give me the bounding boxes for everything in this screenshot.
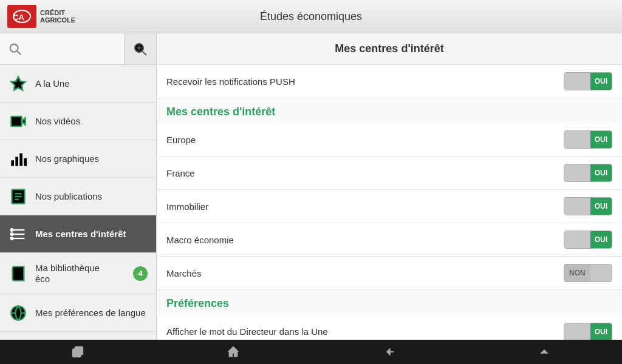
sidebar-item-a-la-une[interactable]: A la Une	[0, 65, 156, 103]
logo-text: CRÉDIT AGRICOLE	[40, 9, 75, 24]
up-button[interactable]	[526, 340, 562, 364]
centres-heading: Mes centres d'intérêt	[157, 98, 622, 123]
preferences-heading: Préférences	[157, 290, 622, 315]
sidebar-item-mes-preferences[interactable]: Mes préférences de langue	[0, 294, 156, 332]
marches-row[interactable]: Marchés NON	[157, 257, 622, 290]
svg-point-24	[11, 237, 13, 240]
content-panel: Mes centres d'intérêt Recevoir les notif…	[157, 33, 622, 340]
push-label: Recevoir les notifications PUSH	[166, 76, 564, 87]
europe-row[interactable]: Europe OUI	[157, 123, 622, 157]
push-toggle[interactable]: OUI	[564, 72, 612, 90]
svg-line-3	[17, 51, 21, 55]
sidebar-item-nos-publications[interactable]: Nos publications	[0, 178, 156, 215]
logo-line2: AGRICOLE	[40, 16, 75, 24]
svg-rect-11	[11, 160, 14, 166]
ca-logo-icon: CA	[10, 8, 33, 25]
svg-point-2	[10, 44, 18, 52]
svg-rect-9	[11, 116, 22, 126]
chart-icon	[9, 149, 28, 169]
push-toggle-container[interactable]: OUI	[564, 72, 612, 90]
sidebar-item-nos-graphiques[interactable]: Nos graphiques	[0, 140, 156, 178]
main-layout: A la Une Nos vidéos Nos graphiques Nos p…	[0, 33, 622, 340]
list-icon	[9, 224, 28, 244]
search-bar	[0, 33, 156, 65]
toggle-off-part	[564, 323, 590, 340]
macro-row[interactable]: Macro économie OUI	[157, 223, 622, 257]
toggle-on-part: OUI	[590, 73, 612, 90]
sidebar-item-label-nos-graphiques: Nos graphiques	[35, 153, 99, 164]
mot-directeur-row[interactable]: Afficher le mot du Directeur dans la Une…	[157, 315, 622, 340]
macro-toggle-container[interactable]: OUI	[564, 231, 612, 249]
toggle-on-part	[590, 265, 612, 281]
svg-rect-14	[24, 158, 27, 166]
app-header: CA CRÉDIT AGRICOLE Études économiques	[0, 0, 622, 33]
video-icon	[9, 112, 28, 131]
toggle-off-part: NON	[564, 265, 590, 281]
svg-line-5	[143, 51, 147, 55]
sidebar-item-label-mes-centres: Mes centres d'intérêt	[35, 229, 126, 240]
sidebar-item-label-a-la-une: A la Une	[35, 78, 70, 89]
macro-label: Macro économie	[166, 235, 564, 245]
france-toggle-container[interactable]: OUI	[564, 164, 612, 182]
immobilier-toggle[interactable]: OUI	[564, 197, 612, 215]
logo-box: CA	[7, 5, 36, 28]
back-button[interactable]	[371, 340, 407, 364]
sidebar-item-label-nos-publications: Nos publications	[35, 191, 102, 202]
toggle-off-part	[564, 231, 590, 248]
macro-toggle[interactable]: OUI	[564, 231, 612, 249]
france-row[interactable]: France OUI	[157, 157, 622, 190]
content-title: Mes centres d'intérêt	[335, 42, 443, 55]
toggle-off-part	[564, 164, 590, 181]
immobilier-row[interactable]: Immobilier OUI	[157, 190, 622, 223]
marches-toggle-container[interactable]: NON	[564, 264, 612, 282]
sidebar-item-label-ma-bibliotheque: Ma bibliothèque éco	[35, 263, 100, 285]
toggle-on-part: OUI	[590, 323, 612, 340]
toggle-on-part: OUI	[590, 231, 612, 248]
mot-directeur-toggle-container[interactable]: OUI	[564, 323, 612, 340]
star-icon	[9, 74, 28, 93]
logo-area: CA CRÉDIT AGRICOLE	[7, 5, 75, 28]
france-toggle[interactable]: OUI	[564, 164, 612, 182]
svg-point-22	[11, 229, 13, 231]
sidebar-item-nos-videos[interactable]: Nos vidéos	[0, 103, 156, 140]
svg-rect-12	[15, 157, 18, 166]
page-title: Études économiques	[260, 10, 362, 23]
home-button[interactable]	[215, 340, 251, 364]
bottom-navigation-bar	[0, 340, 622, 364]
marches-toggle[interactable]: NON	[564, 264, 612, 282]
library-badge: 4	[133, 266, 148, 281]
toggle-off-part	[564, 131, 590, 148]
toggle-on-part: OUI	[590, 198, 612, 215]
sidebar: A la Une Nos vidéos Nos graphiques Nos p…	[0, 33, 157, 340]
france-label: France	[166, 168, 564, 178]
globe-icon	[9, 303, 28, 323]
svg-text:CA: CA	[13, 13, 24, 22]
toggle-on-part: OUI	[590, 164, 612, 181]
recent-apps-button[interactable]	[60, 340, 96, 364]
sidebar-item-mes-centres[interactable]: Mes centres d'intérêt	[0, 215, 156, 253]
sidebar-item-label-mes-preferences: Mes préférences de langue	[35, 308, 146, 318]
sidebar-item-ma-bibliotheque[interactable]: Ma bibliothèque éco 4	[0, 253, 156, 294]
sidebar-item-label-nos-videos: Nos vidéos	[35, 116, 80, 127]
search-icon	[7, 41, 23, 57]
toggle-off-part	[564, 73, 590, 90]
toggle-off-part	[564, 198, 590, 215]
mot-directeur-toggle[interactable]: OUI	[564, 323, 612, 340]
advanced-search-button[interactable]	[125, 33, 156, 64]
content-header: Mes centres d'intérêt	[157, 33, 622, 65]
svg-rect-13	[19, 153, 22, 166]
mot-directeur-label: Afficher le mot du Directeur dans la Une	[166, 326, 564, 337]
europe-toggle-container[interactable]: OUI	[564, 130, 612, 149]
svg-marker-8	[11, 76, 25, 90]
search-input-area[interactable]	[0, 33, 125, 64]
push-notifications-row[interactable]: Recevoir les notifications PUSH OUI	[157, 65, 622, 98]
content-body: Recevoir les notifications PUSH OUI Mes …	[157, 65, 622, 340]
toggle-on-part: OUI	[590, 131, 612, 148]
doc-icon	[9, 187, 28, 206]
europe-label: Europe	[166, 135, 564, 145]
immobilier-label: Immobilier	[166, 201, 564, 212]
immobilier-toggle-container[interactable]: OUI	[564, 197, 612, 215]
logo-line1: CRÉDIT	[40, 9, 75, 16]
europe-toggle[interactable]: OUI	[564, 130, 612, 149]
book-icon	[9, 264, 28, 283]
